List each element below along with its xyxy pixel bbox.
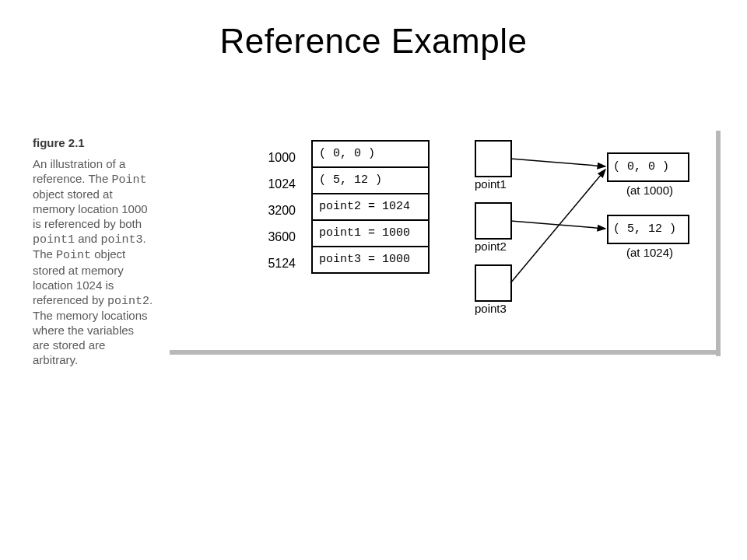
memory-row: point3 = 1000 <box>313 247 428 274</box>
svg-line-2 <box>510 170 605 283</box>
svg-line-1 <box>510 221 605 229</box>
value-label: (at 1000) <box>607 184 693 197</box>
value-box: ( 0, 0 ) <box>607 152 689 182</box>
caption-text: An illustration of a reference. The Poin… <box>33 157 153 366</box>
ref-box-point3 <box>475 264 512 302</box>
memory-address: 1000 <box>249 151 296 165</box>
svg-line-0 <box>510 159 605 166</box>
ref-label: point3 <box>475 302 507 315</box>
memory-address: 5124 <box>249 257 296 271</box>
ref-box-point2 <box>475 202 512 240</box>
diagram-panel: 1000 1024 3200 3600 5124 ( 0, 0 ) ( 5, 1… <box>163 124 716 350</box>
memory-row: point1 = 1000 <box>313 221 428 247</box>
memory-address: 3600 <box>249 230 296 244</box>
panel-shadow <box>716 131 721 356</box>
memory-address: 3200 <box>249 204 296 218</box>
value-label: (at 1024) <box>607 246 693 259</box>
panel-shadow <box>170 350 721 355</box>
figure-label: figure 2.1 <box>33 136 153 151</box>
slide: Reference Example figure 2.1 An illustra… <box>0 0 747 560</box>
memory-table: ( 0, 0 ) ( 5, 12 ) point2 = 1024 point1 … <box>311 140 430 274</box>
value-box: ( 5, 12 ) <box>607 215 689 244</box>
memory-row: point2 = 1024 <box>313 194 428 221</box>
ref-box-point1 <box>475 140 512 177</box>
figure-caption: figure 2.1 An illustration of a referenc… <box>33 136 153 367</box>
memory-address: 1024 <box>249 177 296 191</box>
memory-row: ( 5, 12 ) <box>313 168 428 194</box>
ref-label: point1 <box>475 177 507 191</box>
slide-title: Reference Example <box>0 22 747 61</box>
ref-label: point2 <box>475 240 507 253</box>
memory-row: ( 0, 0 ) <box>313 140 428 168</box>
